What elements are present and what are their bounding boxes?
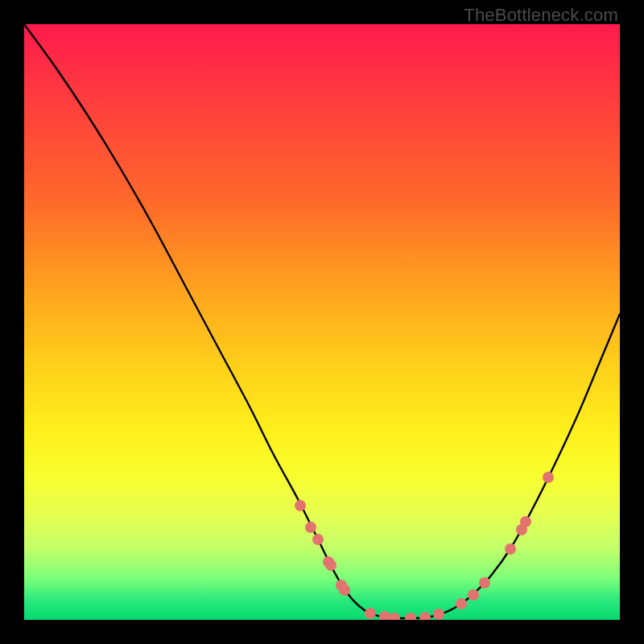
data-point	[468, 589, 479, 601]
data-point-markers	[295, 472, 554, 620]
data-point	[305, 522, 316, 533]
data-point	[520, 516, 531, 527]
chart-frame: TheBottleneck.com	[0, 0, 644, 644]
data-point	[325, 559, 336, 571]
data-point	[505, 543, 516, 555]
data-point	[365, 608, 376, 619]
bottleneck-curve	[24, 24, 620, 618]
data-point	[295, 500, 306, 511]
data-point	[419, 612, 431, 620]
data-point	[456, 598, 467, 609]
data-point	[379, 611, 390, 620]
data-point	[479, 577, 490, 588]
data-point	[543, 472, 554, 483]
watermark-text: TheBottleneck.com	[464, 5, 618, 26]
data-point	[339, 584, 350, 596]
plot-area	[24, 24, 620, 620]
data-point	[405, 613, 416, 620]
data-point	[312, 534, 324, 545]
data-point	[433, 609, 444, 620]
chart-svg	[24, 24, 620, 620]
data-point	[389, 613, 400, 620]
